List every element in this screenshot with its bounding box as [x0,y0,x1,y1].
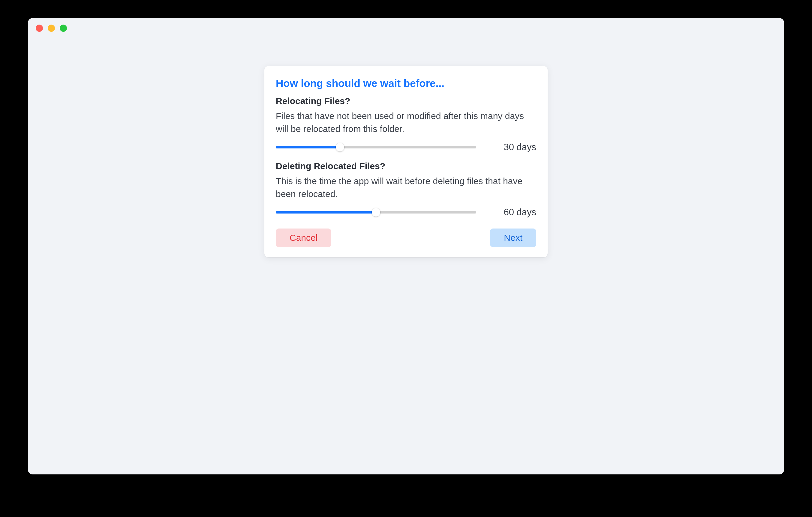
minimize-icon[interactable] [48,25,55,32]
deleting-slider[interactable] [276,208,476,216]
slider-thumb[interactable] [336,143,344,151]
next-button[interactable]: Next [490,229,536,247]
maximize-icon[interactable] [60,25,67,32]
relocating-description: Files that have not been used or modifie… [276,110,536,135]
slider-thumb[interactable] [372,208,380,216]
deleting-heading: Deleting Relocated Files? [276,161,536,171]
wait-time-dialog: How long should we wait before... Reloca… [264,66,548,257]
app-window: How long should we wait before... Reloca… [28,18,784,475]
relocating-heading: Relocating Files? [276,96,536,106]
cancel-button[interactable]: Cancel [276,229,331,247]
relocating-value-label: 30 days [494,142,536,153]
window-controls [36,25,67,32]
relocating-files-section: Relocating Files? Files that have not be… [276,96,536,153]
deleting-files-section: Deleting Relocated Files? This is the ti… [276,161,536,218]
deleting-value-label: 60 days [494,207,536,218]
relocating-slider[interactable] [276,143,476,151]
slider-fill [276,211,376,214]
dialog-buttons: Cancel Next [276,229,536,247]
slider-fill [276,146,340,148]
deleting-description: This is the time the app will wait befor… [276,175,536,200]
deleting-slider-row: 60 days [276,207,536,218]
dialog-title: How long should we wait before... [276,78,536,89]
close-icon[interactable] [36,25,43,32]
relocating-slider-row: 30 days [276,142,536,153]
